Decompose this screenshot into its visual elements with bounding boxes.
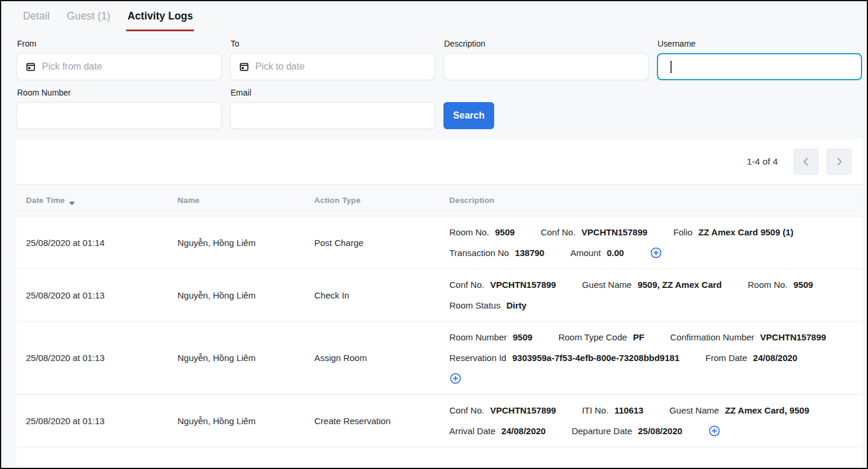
description-pair-value: VPCHTN157899 xyxy=(490,280,556,290)
description-pair-label: Transaction No xyxy=(449,248,509,258)
description-pair-value: 9509 xyxy=(794,280,813,290)
room-number-label: Room Number xyxy=(17,88,222,97)
tab-bar: Detail Guest (1) Activity Logs xyxy=(1,1,867,31)
column-header-label: Date Time xyxy=(26,196,65,205)
description-pair: Amount0.00 xyxy=(570,248,624,258)
description-pair-value: ZZ Amex Card, 9509 xyxy=(725,405,809,415)
description-pair-label: From Date xyxy=(705,353,747,363)
description-pair-label: Conf No. xyxy=(449,280,484,290)
from-label: From xyxy=(17,39,222,48)
description-pair: ITI No.110613 xyxy=(582,405,643,415)
description-line: Conf No.VPCHTN157899Guest Name9509, ZZ A… xyxy=(449,274,854,295)
table-row: 25/08/2020 at 01:14Nguyễn, Hồng LiêmPost… xyxy=(17,217,862,269)
to-placeholder: Pick to date xyxy=(255,61,305,72)
cell-description: Room No.9509Conf No.VPCHTN157899FolioZZ … xyxy=(449,222,862,263)
cell-action-type: Check In xyxy=(314,290,449,300)
cell-name: Nguyễn, Hồng Liêm xyxy=(177,238,314,248)
filter-panel: From Pick from date To Pick to date xyxy=(1,31,867,129)
results-card: 1-4 of 4 Date Time Name Action Type Desc… xyxy=(17,139,862,468)
cell-name: Nguyễn, Hồng Liêm xyxy=(177,416,314,426)
email-input[interactable] xyxy=(230,102,435,129)
description-line: Room No.9509Conf No.VPCHTN157899FolioZZ … xyxy=(449,222,854,242)
table-body: 25/08/2020 at 01:14Nguyễn, Hồng LiêmPost… xyxy=(17,217,862,447)
cell-description: Room Number9509Room Type CodePFConfirmat… xyxy=(449,327,862,389)
cell-date-time: 25/08/2020 at 01:13 xyxy=(26,290,177,300)
description-pair-value: ZZ Amex Card 9509 (1) xyxy=(698,227,793,237)
from-date-input[interactable]: Pick from date xyxy=(17,53,222,80)
filter-from: From Pick from date xyxy=(17,31,222,80)
description-pair: Conf No.VPCHTN157899 xyxy=(541,227,647,237)
filter-room-number: Room Number xyxy=(17,80,222,129)
pagination: 1-4 of 4 xyxy=(17,139,862,185)
cell-date-time: 25/08/2020 at 01:14 xyxy=(26,238,177,248)
description-pair-value: 0.00 xyxy=(607,248,624,258)
description-pair-label: Reservation Id xyxy=(449,353,507,363)
cell-action-type: Assign Room xyxy=(314,353,449,363)
activity-logs-page: Detail Guest (1) Activity Logs From Pick… xyxy=(0,0,868,469)
description-pair: Conf No.VPCHTN157899 xyxy=(449,405,556,415)
table-header: Date Time Name Action Type Description xyxy=(17,185,862,217)
cell-action-type: Create Reservation xyxy=(314,416,449,426)
pagination-range: 1-4 of 4 xyxy=(747,156,778,167)
description-input[interactable] xyxy=(443,53,649,80)
cell-description: Conf No.VPCHTN157899Guest Name9509, ZZ A… xyxy=(449,274,862,316)
table-row: 25/08/2020 at 01:13Nguyễn, Hồng LiêmAssi… xyxy=(17,322,862,395)
filter-description: Description xyxy=(443,31,649,80)
description-pair-label: Conf No. xyxy=(449,405,484,415)
room-number-input[interactable] xyxy=(17,102,222,129)
description-pair: Departure Date25/08/2020 xyxy=(571,426,682,436)
tab-guest[interactable]: Guest (1) xyxy=(65,8,111,31)
description-pair-label: Conf No. xyxy=(541,227,576,237)
sort-desc-icon xyxy=(69,202,75,205)
description-pair-value: Dirty xyxy=(507,300,527,310)
description-pair-label: Folio xyxy=(673,227,693,237)
tab-detail[interactable]: Detail xyxy=(22,8,51,31)
to-date-input[interactable]: Pick to date xyxy=(230,53,435,80)
description-pair-label: Guest Name xyxy=(582,280,632,290)
plus-circle-icon[interactable] xyxy=(650,247,662,259)
column-header-description[interactable]: Description xyxy=(449,196,862,205)
plus-circle-icon[interactable] xyxy=(449,372,462,385)
description-pair-value: 9509, ZZ Amex Card xyxy=(637,280,722,290)
username-input[interactable] xyxy=(657,53,862,80)
calendar-icon xyxy=(239,62,249,71)
prev-page-button[interactable] xyxy=(794,149,818,175)
description-pair-value: 138790 xyxy=(515,248,544,258)
description-pair: FolioZZ Amex Card 9509 (1) xyxy=(673,227,794,237)
description-pair: Room Number9509 xyxy=(449,332,532,342)
description-pair-label: Room Status xyxy=(449,300,501,310)
description-line: Transaction No138790Amount0.00 xyxy=(449,242,854,263)
text-cursor xyxy=(670,61,672,73)
column-header-name[interactable]: Name xyxy=(177,196,314,205)
description-pair-label: Room No. xyxy=(449,227,489,237)
description-line: Arrival Date24/08/2020Departure Date25/0… xyxy=(449,421,854,441)
description-pair-value: 24/08/2020 xyxy=(753,353,797,363)
plus-circle-icon[interactable] xyxy=(708,425,721,437)
cell-description: Conf No.VPCHTN157899ITI No.110613Guest N… xyxy=(449,400,862,441)
description-pair-value: 9303959a-7f53-4efb-800e-73208bbd9181 xyxy=(512,353,680,363)
description-pair: Confirmation NumberVPCHTN157899 xyxy=(670,332,826,342)
filter-to: To Pick to date xyxy=(230,31,435,80)
column-header-action-type[interactable]: Action Type xyxy=(314,196,449,205)
column-header-date-time[interactable]: Date Time xyxy=(26,196,177,205)
description-pair: Reservation Id9303959a-7f53-4efb-800e-73… xyxy=(449,353,679,363)
cell-action-type: Post Charge xyxy=(314,238,449,248)
from-placeholder: Pick from date xyxy=(42,61,102,72)
description-pair-label: ITI No. xyxy=(582,405,609,415)
description-pair-label: Amount xyxy=(570,248,601,258)
description-pair-value: 24/08/2020 xyxy=(501,426,545,436)
description-line: Room StatusDirty xyxy=(449,295,854,316)
description-label: Description xyxy=(444,39,649,48)
filter-email: Email xyxy=(230,80,435,129)
tab-activity-logs[interactable]: Activity Logs xyxy=(126,8,194,31)
chevron-right-icon xyxy=(834,156,844,167)
description-pair: Conf No.VPCHTN157899 xyxy=(449,280,556,290)
description-pair-value: PF xyxy=(633,332,644,342)
description-line: Reservation Id9303959a-7f53-4efb-800e-73… xyxy=(449,347,854,368)
calendar-icon xyxy=(26,62,35,71)
search-button[interactable]: Search xyxy=(443,102,494,129)
next-page-button[interactable] xyxy=(827,149,851,175)
description-pair: Guest NameZZ Amex Card, 9509 xyxy=(669,405,809,415)
description-line: Conf No.VPCHTN157899ITI No.110613Guest N… xyxy=(449,400,854,421)
description-pair-value: VPCHTN157899 xyxy=(490,405,556,415)
